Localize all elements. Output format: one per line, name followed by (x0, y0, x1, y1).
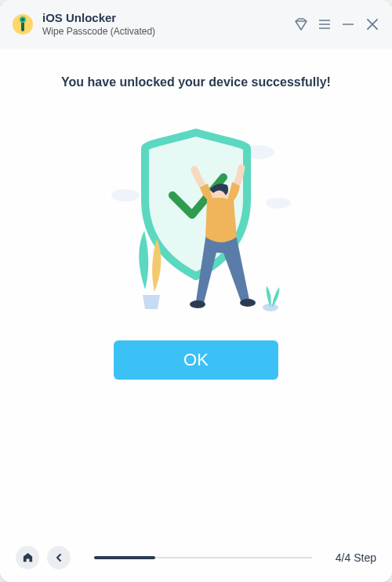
title-text-group: iOS Unlocker Wipe Passcode (Activated) (42, 11, 293, 38)
close-icon[interactable] (364, 16, 381, 33)
window-controls (293, 16, 381, 33)
svg-point-11 (111, 189, 140, 202)
success-illustration (78, 121, 314, 317)
back-button[interactable] (47, 546, 71, 569)
app-subtitle: Wipe Passcode (Activated) (42, 25, 293, 38)
app-window: iOS Unlocker Wipe Passcode (Activated) (0, 0, 392, 582)
svg-point-15 (190, 300, 205, 308)
success-headline: You have unlocked your device successful… (61, 75, 331, 89)
app-logo-icon (11, 13, 34, 36)
footer: 4/4 Step (0, 537, 392, 582)
titlebar: iOS Unlocker Wipe Passcode (Activated) (0, 0, 392, 49)
app-title: iOS Unlocker (42, 11, 293, 25)
menu-icon[interactable] (317, 16, 332, 32)
progress-bar (94, 557, 312, 558)
progress-fill (94, 556, 155, 559)
ok-button[interactable]: OK (114, 340, 278, 380)
svg-point-12 (266, 198, 291, 209)
svg-point-16 (240, 299, 256, 307)
svg-point-3 (21, 18, 24, 21)
step-indicator: 4/4 Step (336, 551, 376, 564)
home-button[interactable] (16, 546, 39, 569)
chevron-left-icon (54, 553, 64, 562)
home-icon (22, 551, 34, 563)
diamond-icon[interactable] (293, 16, 309, 32)
main-content: You have unlocked your device successful… (0, 49, 392, 537)
minimize-icon[interactable] (340, 16, 356, 32)
